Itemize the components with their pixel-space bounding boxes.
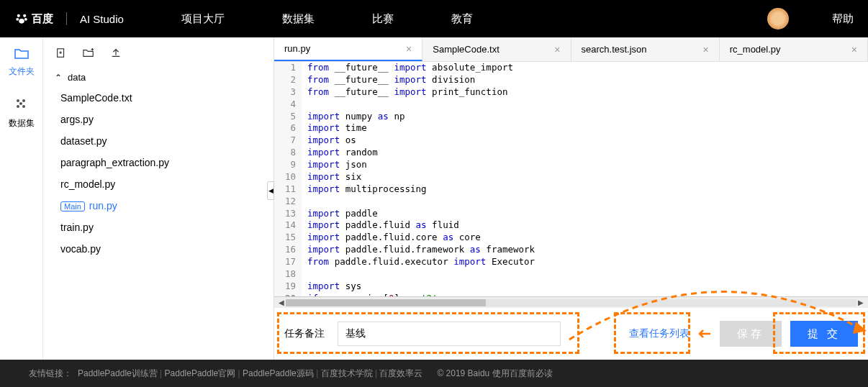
line-number: 9 xyxy=(274,159,302,171)
line-number: 8 xyxy=(274,147,302,159)
file-name: vocab.py xyxy=(60,243,101,255)
code-view[interactable]: 1from __future__ import absolute_import2… xyxy=(274,62,868,296)
code-content: from paddle.fluid.executor import Execut… xyxy=(302,256,535,268)
code-content: import paddle.fluid.framework as framewo… xyxy=(302,244,535,256)
ai-studio-text: AI Studio xyxy=(80,13,124,25)
code-content: import numpy as np xyxy=(302,111,404,123)
footer-sep: | xyxy=(158,368,165,378)
scroll-track[interactable] xyxy=(286,299,856,306)
rail-datasets[interactable]: 数据集 xyxy=(0,88,42,140)
file-item[interactable]: Mainrun.py xyxy=(55,195,262,217)
arrow-left-icon xyxy=(698,329,711,339)
file-item[interactable]: args.py xyxy=(55,109,262,130)
footer-link[interactable]: PaddlePaddle训练营 xyxy=(78,368,158,378)
code-content: import paddle xyxy=(302,208,378,220)
file-name: train.py xyxy=(60,222,94,233)
file-toolbar xyxy=(55,45,262,68)
rail-datasets-label: 数据集 xyxy=(9,118,35,128)
line-number: 11 xyxy=(274,183,302,196)
view-task-list-link[interactable]: 查看任务列表 xyxy=(629,327,690,340)
line-number: 17 xyxy=(274,256,302,268)
line-number: 15 xyxy=(274,232,302,244)
svg-point-4 xyxy=(19,19,24,24)
line-number: 3 xyxy=(274,86,302,99)
code-content xyxy=(302,196,307,208)
code-line: 14import paddle.fluid as fluid xyxy=(274,219,868,232)
code-line: 11import multiprocessing xyxy=(274,183,868,196)
file-item[interactable]: rc_model.py xyxy=(55,173,262,195)
remark-input[interactable] xyxy=(338,322,561,346)
code-line: 12 xyxy=(274,196,868,208)
nav-competitions[interactable]: 比赛 xyxy=(372,12,394,26)
folder-label: data xyxy=(68,72,86,83)
footer-link[interactable]: 百度效率云 xyxy=(379,368,422,378)
line-number: 13 xyxy=(274,208,302,220)
file-item[interactable]: train.py xyxy=(55,217,262,238)
line-number: 5 xyxy=(274,111,302,123)
footer-link[interactable]: PaddlePaddle源码 xyxy=(243,368,314,378)
editor-tab[interactable]: rc_model.py× xyxy=(720,37,868,61)
upload-icon[interactable] xyxy=(109,47,122,59)
avatar[interactable] xyxy=(767,8,789,29)
code-content: import six xyxy=(302,171,361,183)
paw-icon xyxy=(14,12,29,26)
footer-copyright: © 2019 Baidu 使用百度前必读 xyxy=(437,368,552,380)
footer-sep: | xyxy=(314,368,321,378)
scroll-thumb[interactable] xyxy=(286,299,486,306)
footer-link[interactable]: 百度技术学院 xyxy=(321,368,373,378)
svg-point-0 xyxy=(17,14,20,17)
file-item[interactable]: paragraph_extraction.py xyxy=(55,152,262,173)
file-item[interactable]: SampleCode.txt xyxy=(55,87,262,109)
tab-label: rc_model.py xyxy=(730,44,781,55)
svg-point-1 xyxy=(23,14,26,17)
rail-files[interactable]: 文件夹 xyxy=(0,37,42,88)
nav-projects[interactable]: 项目大厅 xyxy=(181,12,225,26)
new-file-icon[interactable] xyxy=(55,47,68,59)
editor-tab[interactable]: run.py× xyxy=(274,37,422,61)
code-content xyxy=(302,268,307,281)
file-item[interactable]: vocab.py xyxy=(55,238,262,260)
logo-area[interactable]: 百度 AI Studio xyxy=(14,12,124,26)
code-content: import paddle.fluid as fluid xyxy=(302,219,459,232)
new-folder-icon[interactable] xyxy=(82,47,95,59)
scroll-left-icon[interactable]: ◀ xyxy=(277,299,286,306)
folder-data[interactable]: ⌃ data xyxy=(55,68,262,87)
file-name: run.py xyxy=(89,200,117,211)
code-line: 7import os xyxy=(274,135,868,147)
collapse-handle[interactable]: ◀ xyxy=(267,181,274,200)
line-number: 16 xyxy=(274,244,302,256)
logo-divider xyxy=(66,12,67,25)
scroll-right-icon[interactable]: ▶ xyxy=(856,299,865,306)
file-name: rc_model.py xyxy=(60,178,115,190)
close-icon[interactable]: × xyxy=(406,43,412,55)
nav-education[interactable]: 教育 xyxy=(451,12,473,26)
close-icon[interactable]: × xyxy=(554,44,560,55)
baidu-logo: 百度 xyxy=(14,12,53,26)
file-item[interactable]: dataset.py xyxy=(55,130,262,152)
content-area: 文件夹 数据集 ⌃ data SampleCode.txtargs.pydata… xyxy=(0,37,868,360)
footer-link[interactable]: PaddlePaddle官网 xyxy=(165,368,236,378)
nav-datasets[interactable]: 数据集 xyxy=(282,12,315,26)
footer-sep: | xyxy=(373,368,380,378)
dataset-icon xyxy=(0,98,42,114)
line-number: 7 xyxy=(274,135,302,147)
code-line: 19import sys xyxy=(274,281,868,293)
code-content: import paddle.fluid.core as core xyxy=(302,232,481,244)
svg-point-3 xyxy=(24,18,27,21)
editor-tab[interactable]: search.test.json× xyxy=(571,37,720,61)
editor-tab[interactable]: SampleCode.txt× xyxy=(422,37,571,61)
close-icon[interactable]: × xyxy=(703,44,709,55)
save-button[interactable]: 保存 xyxy=(720,321,782,347)
line-number: 19 xyxy=(274,281,302,293)
help-link[interactable]: 帮助 xyxy=(832,12,854,26)
tab-label: SampleCode.txt xyxy=(433,44,499,55)
close-icon[interactable]: × xyxy=(851,44,857,55)
code-line: 16import paddle.fluid.framework as frame… xyxy=(274,244,868,256)
svg-point-2 xyxy=(16,18,19,21)
submit-button[interactable]: 提 交 xyxy=(790,321,858,347)
code-content: import time xyxy=(302,122,367,135)
code-line: 6import time xyxy=(274,122,868,135)
horizontal-scrollbar[interactable]: ◀ ▶ xyxy=(274,296,868,308)
line-number: 12 xyxy=(274,196,302,208)
tab-label: run.py xyxy=(284,43,310,54)
